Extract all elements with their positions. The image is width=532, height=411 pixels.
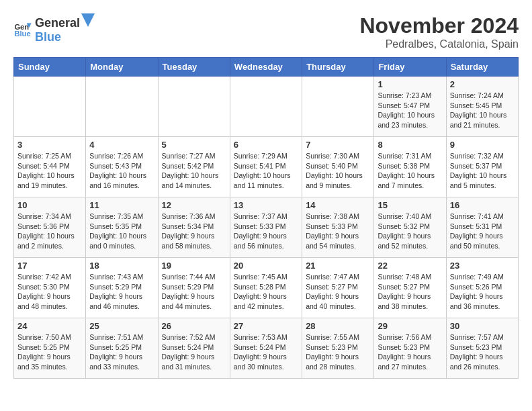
day-number: 27 (234, 321, 298, 331)
day-number: 28 (306, 321, 370, 331)
day-number: 5 (162, 140, 226, 150)
day-info: Sunrise: 7:42 AM Sunset: 5:30 PM Dayligh… (17, 272, 82, 312)
calendar-cell: 30Sunrise: 7:57 AM Sunset: 5:23 PM Dayli… (446, 318, 518, 379)
calendar-week-row: 17Sunrise: 7:42 AM Sunset: 5:30 PM Dayli… (14, 258, 519, 318)
day-number: 11 (89, 200, 154, 210)
calendar-table: SundayMondayTuesdayWednesdayThursdayFrid… (13, 57, 519, 379)
calendar-cell (158, 77, 230, 137)
calendar-cell: 12Sunrise: 7:36 AM Sunset: 5:34 PM Dayli… (158, 197, 230, 258)
calendar-header-monday: Monday (86, 58, 158, 77)
day-info: Sunrise: 7:57 AM Sunset: 5:23 PM Dayligh… (450, 332, 515, 372)
day-number: 16 (450, 200, 515, 210)
calendar-cell: 3Sunrise: 7:25 AM Sunset: 5:44 PM Daylig… (14, 137, 86, 197)
calendar-cell: 16Sunrise: 7:41 AM Sunset: 5:31 PM Dayli… (446, 197, 518, 258)
day-info: Sunrise: 7:47 AM Sunset: 5:27 PM Dayligh… (306, 272, 370, 312)
calendar-week-row: 3Sunrise: 7:25 AM Sunset: 5:44 PM Daylig… (14, 137, 519, 197)
location-title: Pedralbes, Catalonia, Spain (359, 38, 519, 50)
day-info: Sunrise: 7:34 AM Sunset: 5:36 PM Dayligh… (17, 212, 82, 251)
day-info: Sunrise: 7:44 AM Sunset: 5:29 PM Dayligh… (162, 272, 226, 312)
calendar-cell: 1Sunrise: 7:23 AM Sunset: 5:47 PM Daylig… (374, 77, 446, 137)
calendar-cell: 25Sunrise: 7:51 AM Sunset: 5:25 PM Dayli… (86, 318, 158, 379)
day-number: 21 (306, 261, 370, 271)
day-info: Sunrise: 7:41 AM Sunset: 5:31 PM Dayligh… (450, 212, 515, 251)
day-info: Sunrise: 7:30 AM Sunset: 5:40 PM Dayligh… (306, 151, 370, 191)
calendar-header-thursday: Thursday (302, 58, 374, 77)
calendar-week-row: 10Sunrise: 7:34 AM Sunset: 5:36 PM Dayli… (14, 197, 519, 258)
day-number: 12 (162, 200, 226, 210)
day-number: 23 (450, 261, 515, 271)
calendar-cell: 20Sunrise: 7:45 AM Sunset: 5:28 PM Dayli… (230, 258, 302, 318)
calendar-header-wednesday: Wednesday (230, 58, 302, 77)
calendar-header-row: SundayMondayTuesdayWednesdayThursdayFrid… (14, 58, 519, 77)
svg-text:Blue: Blue (14, 30, 30, 38)
day-info: Sunrise: 7:55 AM Sunset: 5:23 PM Dayligh… (306, 332, 370, 372)
calendar-cell: 10Sunrise: 7:34 AM Sunset: 5:36 PM Dayli… (14, 197, 86, 258)
day-number: 22 (378, 261, 442, 271)
calendar-cell (230, 77, 302, 137)
calendar-cell: 17Sunrise: 7:42 AM Sunset: 5:30 PM Dayli… (14, 258, 86, 318)
day-number: 25 (89, 321, 154, 331)
day-number: 13 (234, 200, 298, 210)
calendar-cell: 24Sunrise: 7:50 AM Sunset: 5:25 PM Dayli… (14, 318, 86, 379)
logo-arrow-icon (81, 13, 95, 27)
calendar-cell: 28Sunrise: 7:55 AM Sunset: 5:23 PM Dayli… (302, 318, 374, 379)
logo: Gen Blue General Blue (13, 13, 95, 44)
calendar-cell: 2Sunrise: 7:24 AM Sunset: 5:45 PM Daylig… (446, 77, 518, 137)
day-number: 14 (306, 200, 370, 210)
day-number: 1 (378, 79, 442, 89)
day-number: 7 (306, 140, 370, 150)
calendar-cell: 13Sunrise: 7:37 AM Sunset: 5:33 PM Dayli… (230, 197, 302, 258)
day-number: 6 (234, 140, 298, 150)
page-header: Gen Blue General Blue November 2024 Pedr… (13, 13, 519, 50)
day-number: 9 (450, 140, 515, 150)
day-number: 29 (378, 321, 442, 331)
day-number: 18 (89, 261, 154, 271)
day-info: Sunrise: 7:53 AM Sunset: 5:24 PM Dayligh… (234, 332, 298, 372)
day-info: Sunrise: 7:50 AM Sunset: 5:25 PM Dayligh… (17, 332, 82, 372)
day-info: Sunrise: 7:32 AM Sunset: 5:37 PM Dayligh… (450, 151, 515, 191)
calendar-cell: 21Sunrise: 7:47 AM Sunset: 5:27 PM Dayli… (302, 258, 374, 318)
day-info: Sunrise: 7:25 AM Sunset: 5:44 PM Dayligh… (17, 151, 82, 191)
day-info: Sunrise: 7:45 AM Sunset: 5:28 PM Dayligh… (234, 272, 298, 312)
calendar-header-saturday: Saturday (446, 58, 518, 77)
calendar-cell (14, 77, 86, 137)
day-number: 19 (162, 261, 226, 271)
calendar-cell: 18Sunrise: 7:43 AM Sunset: 5:29 PM Dayli… (86, 258, 158, 318)
calendar-cell (302, 77, 374, 137)
calendar-cell: 6Sunrise: 7:29 AM Sunset: 5:41 PM Daylig… (230, 137, 302, 197)
calendar-header-sunday: Sunday (14, 58, 86, 77)
calendar-header-tuesday: Tuesday (158, 58, 230, 77)
calendar-week-row: 24Sunrise: 7:50 AM Sunset: 5:25 PM Dayli… (14, 318, 519, 379)
day-info: Sunrise: 7:23 AM Sunset: 5:47 PM Dayligh… (378, 91, 442, 130)
day-number: 24 (17, 321, 82, 331)
day-info: Sunrise: 7:40 AM Sunset: 5:32 PM Dayligh… (378, 212, 442, 251)
day-info: Sunrise: 7:48 AM Sunset: 5:27 PM Dayligh… (378, 272, 442, 312)
calendar-week-row: 1Sunrise: 7:23 AM Sunset: 5:47 PM Daylig… (14, 77, 519, 137)
calendar-cell: 27Sunrise: 7:53 AM Sunset: 5:24 PM Dayli… (230, 318, 302, 379)
calendar-cell: 9Sunrise: 7:32 AM Sunset: 5:37 PM Daylig… (446, 137, 518, 197)
logo-general-text: General (35, 16, 80, 30)
day-number: 2 (450, 79, 515, 89)
day-info: Sunrise: 7:36 AM Sunset: 5:34 PM Dayligh… (162, 212, 226, 251)
calendar-cell: 26Sunrise: 7:52 AM Sunset: 5:24 PM Dayli… (158, 318, 230, 379)
svg-marker-3 (81, 13, 95, 27)
day-number: 10 (17, 200, 82, 210)
day-info: Sunrise: 7:38 AM Sunset: 5:33 PM Dayligh… (306, 212, 370, 251)
calendar-cell: 29Sunrise: 7:56 AM Sunset: 5:23 PM Dayli… (374, 318, 446, 379)
day-info: Sunrise: 7:24 AM Sunset: 5:45 PM Dayligh… (450, 91, 515, 130)
calendar-cell: 15Sunrise: 7:40 AM Sunset: 5:32 PM Dayli… (374, 197, 446, 258)
day-info: Sunrise: 7:26 AM Sunset: 5:43 PM Dayligh… (89, 151, 154, 191)
day-info: Sunrise: 7:37 AM Sunset: 5:33 PM Dayligh… (234, 212, 298, 251)
day-info: Sunrise: 7:27 AM Sunset: 5:42 PM Dayligh… (162, 151, 226, 191)
day-info: Sunrise: 7:43 AM Sunset: 5:29 PM Dayligh… (89, 272, 154, 312)
day-number: 17 (17, 261, 82, 271)
month-title: November 2024 (359, 13, 519, 38)
calendar-title-area: November 2024 Pedralbes, Catalonia, Spai… (359, 13, 519, 50)
day-info: Sunrise: 7:49 AM Sunset: 5:26 PM Dayligh… (450, 272, 515, 312)
calendar-cell: 23Sunrise: 7:49 AM Sunset: 5:26 PM Dayli… (446, 258, 518, 318)
calendar-cell: 7Sunrise: 7:30 AM Sunset: 5:40 PM Daylig… (302, 137, 374, 197)
calendar-cell: 8Sunrise: 7:31 AM Sunset: 5:38 PM Daylig… (374, 137, 446, 197)
day-number: 15 (378, 200, 442, 210)
calendar-cell (86, 77, 158, 137)
day-info: Sunrise: 7:29 AM Sunset: 5:41 PM Dayligh… (234, 151, 298, 191)
